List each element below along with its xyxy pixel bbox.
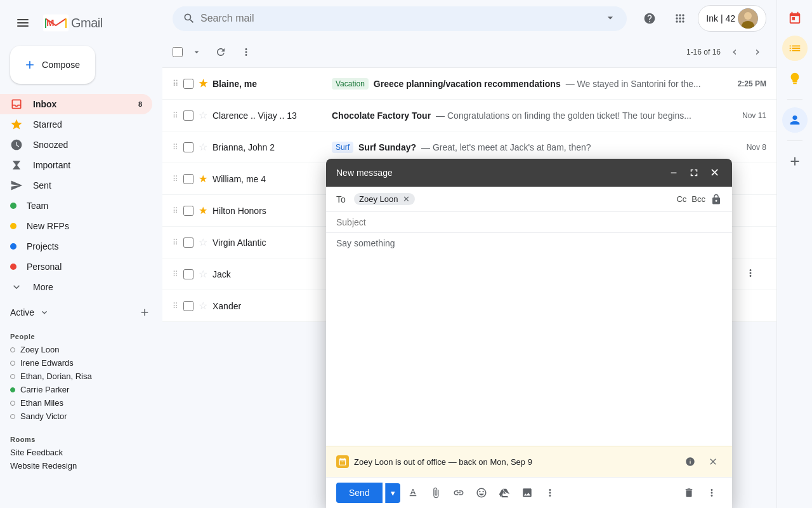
email-time: 2:25 PM — [738, 79, 766, 88]
star-icon[interactable]: ☆ — [199, 236, 207, 248]
nav-item-new-rfps[interactable]: New RFPs — [0, 216, 152, 236]
nav-item-starred[interactable]: Starred — [0, 114, 152, 135]
email-sender: William, me 4 — [213, 174, 327, 184]
next-page-btn[interactable] — [749, 43, 766, 61]
help-btn[interactable] — [637, 6, 662, 31]
sidebar-header: M Gmail — [0, 5, 162, 41]
select-all-checkbox[interactable] — [173, 47, 183, 57]
compose-body-placeholder: Say something — [336, 238, 395, 248]
star-icon[interactable]: ★ — [199, 204, 207, 217]
active-section-header: Active — [0, 297, 162, 323]
email-sender: Brianna, John 2 — [213, 142, 327, 152]
people-item-irene[interactable]: Irene Edwards — [0, 356, 162, 370]
email-row-more-btn[interactable] — [745, 267, 756, 281]
people-item-zoey[interactable]: Zoey Loon — [0, 343, 162, 356]
add-icon-btn[interactable] — [782, 149, 808, 174]
emoji-btn[interactable] — [471, 483, 492, 503]
search-input[interactable] — [200, 13, 599, 24]
cc-btn[interactable]: Cc — [676, 194, 686, 204]
compose-close-btn[interactable]: ✕ — [707, 165, 722, 180]
keep-icon-btn[interactable] — [782, 66, 808, 91]
format-btn[interactable] — [403, 483, 423, 503]
calendar-icon-btn[interactable] — [782, 5, 808, 30]
email-tag: Surf — [332, 142, 353, 153]
email-checkbox[interactable] — [183, 301, 193, 311]
email-checkbox[interactable] — [183, 142, 193, 152]
compose-subject-input[interactable] — [336, 217, 722, 227]
main-area: Ink | 42 1-16 o — [162, 0, 776, 508]
to-chip-zoey[interactable]: Zoey Loon ✕ — [354, 193, 415, 205]
room-website-redesign[interactable]: Website Redesign — [0, 459, 162, 472]
to-chip-remove[interactable]: ✕ — [403, 194, 410, 204]
nav-item-more[interactable]: More — [0, 277, 152, 297]
compose-subject-row — [326, 212, 732, 233]
irene-name: Irene Edwards — [20, 358, 74, 368]
photo-btn[interactable] — [517, 483, 537, 503]
send-btn[interactable]: Send — [336, 483, 383, 503]
email-checkbox[interactable] — [183, 237, 193, 248]
zoey-name: Zoey Loon — [20, 345, 59, 354]
nav-item-important[interactable]: Important — [0, 155, 152, 175]
email-checkbox[interactable] — [183, 269, 193, 279]
nav-team-label: Team — [27, 201, 48, 211]
team-dot — [10, 203, 16, 209]
group-status-dot — [10, 374, 15, 379]
compose-button[interactable]: + Compose — [10, 46, 95, 84]
nav-item-projects[interactable]: Projects — [0, 236, 152, 257]
star-icon[interactable]: ☆ — [199, 300, 207, 312]
search-dropdown-btn[interactable] — [604, 11, 617, 26]
attach-btn[interactable] — [426, 483, 446, 503]
delete-draft-btn[interactable] — [679, 483, 699, 503]
star-icon[interactable]: ☆ — [199, 268, 207, 280]
people-item-carrie[interactable]: Carrie Parker — [0, 383, 162, 396]
email-checkbox[interactable] — [183, 110, 193, 121]
email-subject-area: Surf Surf Sunday? — Great, let's meet at… — [332, 142, 737, 153]
people-item-ethan[interactable]: Ethan Miles — [0, 396, 162, 410]
ooo-text: Zoey Loon is out of office — back on Mon… — [354, 457, 532, 467]
nav-item-inbox[interactable]: Inbox 8 — [0, 94, 152, 114]
compose-fullscreen-btn[interactable] — [686, 165, 702, 180]
apps-btn[interactable] — [667, 6, 693, 31]
star-icon[interactable]: ☆ — [199, 109, 207, 121]
to-input[interactable] — [420, 194, 671, 204]
drive-btn[interactable] — [494, 483, 514, 503]
nav-item-sent[interactable]: Sent — [0, 175, 152, 196]
search-bar[interactable] — [173, 6, 627, 31]
prev-page-btn[interactable] — [726, 43, 743, 61]
bcc-btn[interactable]: Bcc — [691, 194, 705, 204]
nav-item-team[interactable]: Team — [0, 196, 152, 216]
email-subject: Greece planning/vacation recommendations — [374, 79, 561, 89]
send-dropdown-btn[interactable]: ▾ — [385, 483, 400, 503]
people-item-sandy[interactable]: Sandy Victor — [0, 410, 162, 423]
refresh-btn[interactable] — [211, 42, 231, 62]
compose-minimize-btn[interactable]: − — [666, 165, 681, 180]
people-item-group[interactable]: Ethan, Dorian, Risa — [0, 370, 162, 383]
compose-body[interactable]: Say something — [326, 233, 732, 446]
email-checkbox[interactable] — [183, 206, 193, 216]
star-icon[interactable]: ★ — [199, 77, 207, 90]
nav-item-snoozed[interactable]: Snoozed — [0, 135, 152, 155]
more-actions-btn[interactable] — [236, 42, 256, 62]
hamburger-menu[interactable] — [10, 10, 36, 36]
star-icon[interactable]: ★ — [199, 173, 207, 185]
email-row[interactable]: ⠿ ★ Blaine, me Vacation Greece planning/… — [162, 68, 776, 100]
contacts-icon-btn[interactable] — [782, 107, 808, 133]
email-row[interactable]: ⠿ ☆ Clarence .. Vijay .. 13 Chocolate Fa… — [162, 100, 776, 131]
nav-snoozed-label: Snoozed — [33, 140, 68, 150]
tasks-icon-btn[interactable] — [782, 36, 808, 61]
nav-item-personal[interactable]: Personal — [0, 257, 152, 277]
active-chevron-icon[interactable] — [39, 307, 49, 318]
link-btn[interactable] — [449, 483, 469, 503]
room-site-feedback[interactable]: Site Feedback — [0, 446, 162, 459]
brand-pill[interactable]: Ink | 42 — [698, 5, 766, 32]
ooo-close-btn[interactable] — [704, 453, 722, 471]
compose-more-btn[interactable] — [702, 483, 722, 503]
email-checkbox[interactable] — [183, 79, 193, 89]
add-active-btn[interactable] — [137, 305, 152, 320]
inbox-badge: 8 — [138, 100, 142, 108]
star-icon[interactable]: ☆ — [199, 141, 207, 153]
more-options-btn[interactable] — [540, 483, 560, 503]
select-dropdown-btn[interactable] — [188, 43, 206, 61]
email-checkbox[interactable] — [183, 174, 193, 184]
ooo-info-btn[interactable] — [681, 453, 699, 471]
